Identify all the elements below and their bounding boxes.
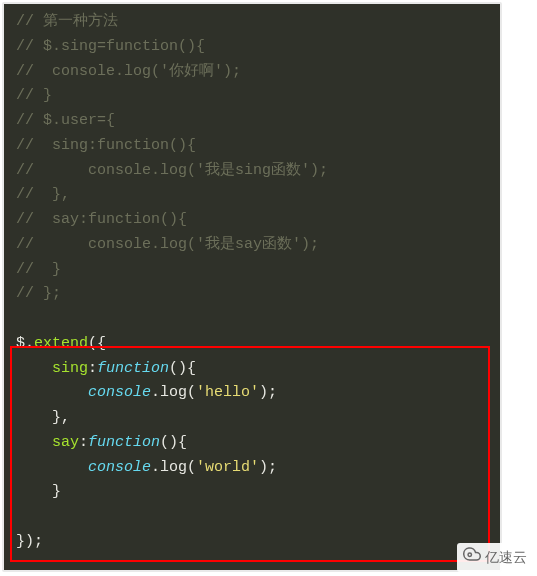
code-line: // console.log('我是say函数');	[16, 233, 492, 258]
code-editor: // 第一种方法 // $.sing=function(){ // consol…	[2, 2, 502, 572]
cloud-icon	[463, 545, 481, 570]
code-line: // };	[16, 282, 492, 307]
code-line: // }	[16, 258, 492, 283]
code-line: console.log('hello');	[16, 381, 492, 406]
code-line: // }	[16, 84, 492, 109]
code-line: // 第一种方法	[16, 10, 492, 35]
code-line: say:function(){	[16, 431, 492, 456]
code-line: });	[16, 530, 492, 555]
code-line: // console.log('你好啊');	[16, 60, 492, 85]
code-line: $.extend({	[16, 332, 492, 357]
code-line: console.log('world');	[16, 456, 492, 481]
code-line: // },	[16, 183, 492, 208]
watermark: 亿速云	[457, 543, 533, 572]
code-line: // $.user={	[16, 109, 492, 134]
code-line: // say:function(){	[16, 208, 492, 233]
watermark-text: 亿速云	[485, 546, 527, 569]
svg-point-0	[468, 553, 471, 556]
code-line: },	[16, 406, 492, 431]
code-line: }	[16, 480, 492, 505]
code-line: // console.log('我是sing函数');	[16, 159, 492, 184]
code-line: // $.sing=function(){	[16, 35, 492, 60]
code-line: sing:function(){	[16, 357, 492, 382]
code-line	[16, 505, 492, 530]
code-line	[16, 307, 492, 332]
code-line: // sing:function(){	[16, 134, 492, 159]
